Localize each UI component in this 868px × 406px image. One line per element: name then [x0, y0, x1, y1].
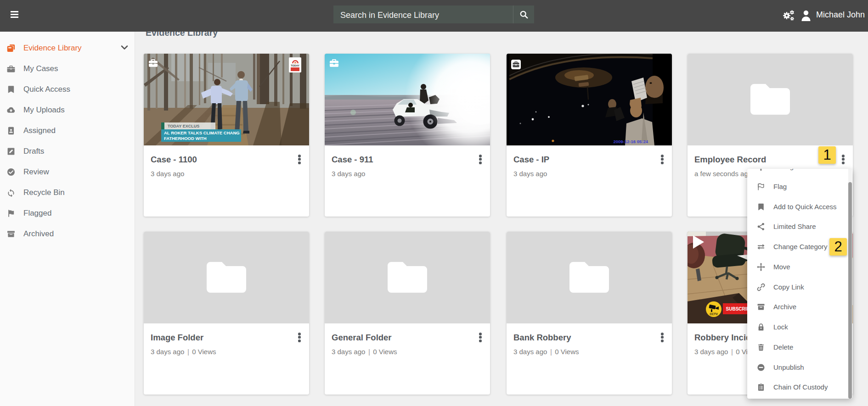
svg-text:TODAY: TODAY: [291, 64, 299, 67]
svg-text:FATHERHOOD WITH: FATHERHOOD WITH: [164, 136, 207, 141]
svg-text:TODAY EXCLUS: TODAY EXCLUS: [168, 124, 199, 128]
svg-text:CCTV: CCTV: [710, 312, 718, 316]
svg-text:AL ROKER TALKS CLIMATE CHANG: AL ROKER TALKS CLIMATE CHANG: [164, 130, 240, 135]
svg-text:2009-12-16 05:24: 2009-12-16 05:24: [613, 139, 648, 144]
